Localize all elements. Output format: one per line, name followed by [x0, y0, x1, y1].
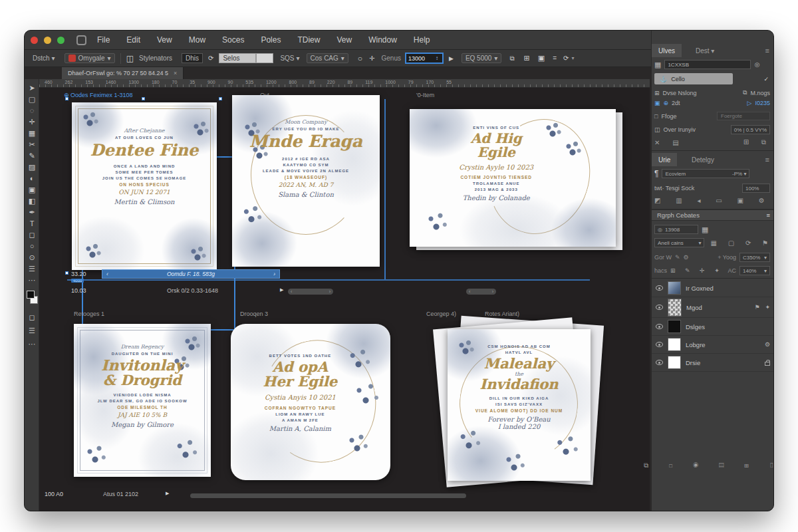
tool-gradient[interactable]: ◐ — [25, 174, 39, 182]
foreground-color-swatch[interactable] — [27, 291, 35, 299]
option-label[interactable]: I0235 — [755, 100, 770, 106]
menu-window[interactable]: Window — [368, 35, 397, 45]
panel-copy-icon[interactable]: ▣ — [538, 54, 545, 63]
check-icon[interactable]: ✓ — [763, 76, 769, 82]
invitation-card-6[interactable]: CSM HONOIS AD AB COM HATVL AVL Malealay … — [448, 329, 591, 481]
color-mode-dropdown[interactable]: Cos CAG▾ — [307, 53, 348, 63]
blue-plus-icon[interactable]: ⊕ — [664, 100, 669, 106]
gear-icon[interactable]: ⚙ — [765, 341, 770, 348]
sqs-dropdown[interactable]: SQS▾ — [280, 55, 299, 62]
fill-value[interactable]: 140%▾ — [739, 266, 770, 275]
invitation-card-2[interactable]: Moon Company ERY UGE YOU RD IO MAKE Mnde… — [232, 95, 380, 267]
tool-pen[interactable]: ✒ — [25, 208, 39, 217]
artboard-label-1[interactable]: ⊕ Oodes Feximex 1-3108 — [64, 92, 133, 98]
style-select-dropdown[interactable]: Anell cains▾ — [654, 238, 704, 247]
option-label[interactable]: Over Irunyiv — [664, 126, 696, 133]
menu-help[interactable]: Help — [414, 35, 430, 45]
layers-footer-icons[interactable]: ⧉ ◻ ◉ ▤ ⊞ ▯ — [644, 462, 774, 469]
canvas-area[interactable]: ⊕ Oodes Feximex 1-3108 Ovt '0-Item After… — [39, 88, 650, 511]
artboard-label-5[interactable]: Drooqen 3 — [240, 311, 268, 317]
tool-slice[interactable]: ✂ — [25, 140, 39, 149]
maximize-traffic-light[interactable] — [57, 37, 65, 44]
panel-grid-icon[interactable]: ⊞ — [524, 54, 530, 63]
next-icon[interactable]: › — [273, 271, 275, 277]
style-dropdown[interactable]: Ecovlem-P% ▾ — [662, 169, 749, 178]
selection-handle[interactable] — [65, 271, 68, 275]
invitation-card-5[interactable]: BETT VOTES 1ND OATHE Ad opA Her Egile Cy… — [231, 324, 390, 480]
selected-library-item[interactable]: ⚓ Cello — [654, 73, 733, 84]
selection-handle[interactable] — [65, 97, 68, 100]
tool-dodge[interactable]: ◧ — [25, 197, 39, 205]
brush-preset-dropdown[interactable]: Omygale▾ — [65, 53, 115, 63]
blue-square-icon[interactable]: ▣ — [654, 100, 660, 106]
layer-thumbnail[interactable] — [668, 338, 681, 351]
horizontal-scrollbar[interactable] — [190, 493, 466, 498]
visibility-eye-icon[interactable] — [656, 305, 663, 310]
play-icon[interactable]: ▶ — [280, 287, 283, 293]
visibility-eye-icon[interactable] — [656, 324, 663, 329]
menu-tdiew[interactable]: TDiew — [297, 35, 320, 45]
book-icon[interactable]: ▦ — [702, 225, 708, 234]
stepper-icon[interactable]: ↕ — [436, 55, 438, 61]
value-chip[interactable]: Dhis — [182, 53, 203, 63]
fill-icons[interactable]: ⊞ ✎ ✛ ✦ — [670, 267, 724, 274]
tool-shape[interactable]: ◻ — [25, 231, 39, 239]
menu-soces[interactable]: Soces — [222, 35, 244, 45]
fx-star-icon[interactable]: ✦ — [765, 304, 770, 311]
tracking-value[interactable]: 100% — [742, 184, 770, 193]
tab-ulves[interactable]: Ulves — [652, 44, 682, 57]
tool-zoom[interactable]: ⊙ — [25, 253, 39, 262]
panel-menu-icon[interactable]: ≡ — [765, 47, 769, 55]
tool-marquee[interactable]: ▢ — [25, 95, 39, 104]
layer-row[interactable]: Mgod ⚑✦ — [652, 297, 774, 318]
tool-screen-mode[interactable]: ☰ — [25, 327, 39, 335]
menu-file[interactable]: File — [97, 35, 110, 45]
selection-handle[interactable] — [219, 97, 222, 100]
gear-icon[interactable]: ⚙ — [684, 254, 689, 261]
tool-lasso[interactable]: ◌ — [25, 106, 39, 114]
play-icon[interactable]: ▶ — [449, 55, 454, 62]
artboard-label-7[interactable]: Rotes Ariant) — [485, 311, 519, 317]
tab-close-icon[interactable]: × — [174, 70, 177, 76]
value-box[interactable]: 0% | 0.5 VY% — [731, 125, 770, 134]
flag-icon[interactable]: ⚑ — [754, 304, 759, 311]
option-label[interactable]: 2dt — [672, 100, 680, 106]
close-traffic-light[interactable] — [31, 37, 38, 44]
menu-view[interactable]: Vew — [157, 35, 172, 45]
dim-field[interactable]: Foergote — [717, 112, 770, 120]
tool-ellipse[interactable]: ○ — [25, 242, 39, 250]
square-icon[interactable]: □ — [654, 113, 658, 120]
visibility-eye-icon[interactable] — [656, 360, 663, 365]
tool-edit-mode[interactable]: ⋯ — [25, 340, 39, 348]
refresh-icon[interactable]: ⟳ — [563, 55, 569, 62]
layer-row[interactable]: Ir Goxned — [652, 279, 774, 297]
layer-thumbnail[interactable] — [668, 281, 681, 295]
rotate-icon[interactable]: ⟳ — [208, 55, 213, 62]
copy-icon[interactable]: ⧉ — [743, 89, 747, 96]
option-label[interactable]: Dvse Nslong — [663, 90, 697, 96]
artboard-label-6[interactable]: Ceorgep 4) — [426, 311, 456, 317]
layer-row[interactable]: Dslges — [652, 318, 774, 336]
tool-hand[interactable]: ☰ — [25, 265, 39, 273]
circle-icon[interactable]: ○ — [358, 54, 362, 63]
artboard-label-3[interactable]: '0-Item — [416, 92, 434, 98]
tool-move[interactable]: ➤ — [25, 84, 39, 92]
tool-more[interactable]: ⋯ — [25, 276, 39, 285]
invitation-card-3[interactable]: ENTI VINS OF CUS Ad Hig Egile Crystin Ay… — [410, 109, 616, 247]
format-icons[interactable]: ◩ ▥ ◂ ▭ ▣ ⚙ — [654, 197, 771, 204]
tab-detelgy[interactable]: Detelgy — [685, 153, 721, 166]
artboard-label-4[interactable]: Retooges 1 — [74, 311, 104, 317]
layer-thumbnail[interactable] — [668, 299, 682, 317]
panel-menu-icon[interactable]: ≡ — [765, 156, 769, 164]
pen-icon[interactable]: ✎ — [675, 254, 680, 261]
invitation-card-4[interactable]: Dream Regency DAUGHTER ON THE MINI Invit… — [74, 324, 211, 477]
qgrid-icon[interactable]: ⊞ — [654, 90, 660, 96]
tab-dest[interactable]: Dest ▾ — [689, 44, 721, 57]
tool-stamp[interactable]: ▨ — [25, 163, 39, 172]
rotate-canvas-icon[interactable]: ⧉ — [509, 55, 514, 63]
blue-triangle-icon[interactable]: ▷ — [747, 100, 752, 106]
document-tab[interactable]: Dhaef-OrFswl go: % 70 27 50 84.24 5 × — [62, 67, 184, 79]
tool-wand[interactable]: ✛ — [25, 118, 39, 126]
stroke-value[interactable]: C350%▾ — [739, 253, 770, 262]
option-label[interactable]: M.nogs — [750, 90, 770, 96]
